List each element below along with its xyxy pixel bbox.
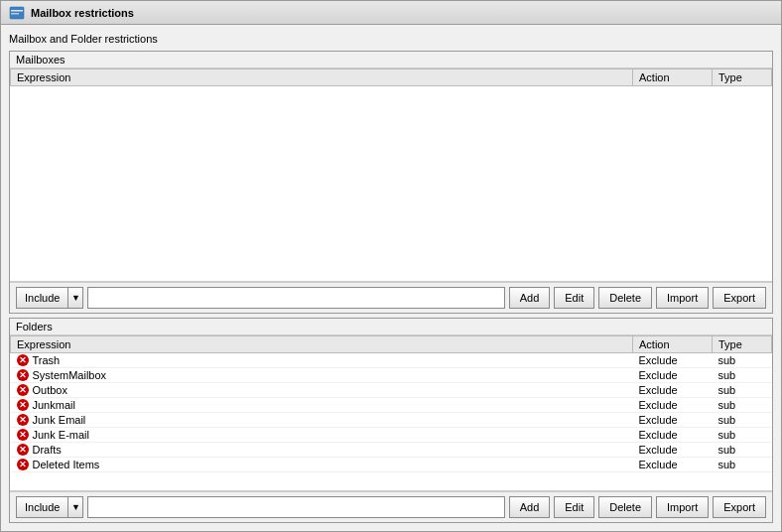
folder-expression-cell: ✕SystemMailbox <box>11 368 633 383</box>
folder-expression-cell: ✕Trash <box>11 353 633 368</box>
table-row[interactable]: ✕SystemMailboxExcludesub <box>11 368 772 383</box>
table-row[interactable]: ✕JunkmailExcludesub <box>11 398 772 413</box>
exclude-icon: ✕ <box>17 459 29 470</box>
folders-expression-input[interactable] <box>87 496 504 518</box>
folder-expression-label: Drafts <box>33 444 62 456</box>
table-row[interactable]: ✕TrashExcludesub <box>11 353 772 368</box>
folder-action-cell: Exclude <box>633 458 713 472</box>
main-label: Mailbox and Folder restrictions <box>9 33 773 45</box>
folders-import-button[interactable]: Import <box>656 496 709 518</box>
folder-expression-label: SystemMailbox <box>33 369 107 381</box>
folder-type-cell: sub <box>713 443 772 458</box>
folders-table-body: ✕TrashExcludesub✕SystemMailboxExcludesub… <box>11 353 772 472</box>
folder-expression-cell: ✕Junk E-mail <box>11 428 633 443</box>
window-icon <box>9 5 25 21</box>
folder-type-cell: sub <box>713 413 772 428</box>
folders-header: Folders <box>10 319 772 335</box>
folder-type-cell: sub <box>713 368 772 383</box>
folders-col-type: Type <box>713 336 772 353</box>
mailboxes-edit-button[interactable]: Edit <box>554 287 594 309</box>
table-row[interactable]: ✕Junk E-mailExcludesub <box>11 428 772 443</box>
svg-rect-1 <box>11 10 23 12</box>
folders-add-button[interactable]: Add <box>509 496 551 518</box>
folder-expression-label: Junk Email <box>33 414 86 426</box>
mailboxes-add-button[interactable]: Add <box>509 287 551 309</box>
folder-type-cell: sub <box>713 428 772 443</box>
folders-table-area: Expression Action Type ✕TrashExcludesub✕… <box>10 335 772 491</box>
folder-type-cell: sub <box>713 353 772 368</box>
main-window: Mailbox restrictions Mailbox and Folder … <box>0 0 782 532</box>
exclude-icon: ✕ <box>17 399 29 411</box>
folder-expression-label: Trash <box>33 354 61 366</box>
mailboxes-col-type: Type <box>713 69 772 86</box>
folder-type-cell: sub <box>713 383 772 398</box>
exclude-icon: ✕ <box>17 354 29 366</box>
folder-expression-label: Deleted Items <box>33 459 100 470</box>
folder-expression-label: Junk E-mail <box>33 429 89 441</box>
mailboxes-table-area: Expression Action Type <box>10 68 772 282</box>
table-row[interactable]: ✕Deleted ItemsExcludesub <box>11 458 772 472</box>
folder-action-cell: Exclude <box>633 353 713 368</box>
mailboxes-expression-input[interactable] <box>87 287 504 309</box>
title-bar: Mailbox restrictions <box>1 1 781 25</box>
mailboxes-export-button[interactable]: Export <box>713 287 766 309</box>
svg-rect-2 <box>11 13 19 15</box>
window-title: Mailbox restrictions <box>31 7 134 19</box>
folders-include-group: Include ▼ <box>16 496 83 518</box>
folder-expression-cell: ✕Deleted Items <box>11 458 633 472</box>
folders-section: Folders Expression Action Type ✕TrashExc… <box>9 318 773 523</box>
mailboxes-section: Mailboxes Expression Action Type <box>9 51 773 314</box>
folders-header-row: Expression Action Type <box>11 336 772 353</box>
folders-export-button[interactable]: Export <box>713 496 766 518</box>
folder-type-cell: sub <box>713 458 772 472</box>
mailboxes-header: Mailboxes <box>10 52 772 68</box>
mailboxes-toolbar: Include ▼ Add Edit Delete Import Export <box>10 282 772 313</box>
folder-expression-cell: ✕Junkmail <box>11 398 633 413</box>
exclude-icon: ✕ <box>17 369 29 381</box>
table-row[interactable]: ✕DraftsExcludesub <box>11 443 772 458</box>
folder-expression-label: Junkmail <box>33 399 75 411</box>
mailboxes-include-button[interactable]: Include <box>16 287 67 309</box>
mailboxes-table-head: Expression Action Type <box>11 69 772 86</box>
exclude-icon: ✕ <box>17 384 29 396</box>
folders-title: Folders <box>16 321 53 332</box>
folders-include-button[interactable]: Include <box>16 496 67 518</box>
mailboxes-import-button[interactable]: Import <box>656 287 709 309</box>
mailboxes-include-group: Include ▼ <box>16 287 83 309</box>
folder-type-cell: sub <box>713 398 772 413</box>
folder-action-cell: Exclude <box>633 383 713 398</box>
mailboxes-title: Mailboxes <box>16 54 65 66</box>
folder-action-cell: Exclude <box>633 443 713 458</box>
folders-include-dropdown[interactable]: ▼ <box>67 496 83 518</box>
mailboxes-col-action: Action <box>633 69 713 86</box>
folders-toolbar: Include ▼ Add Edit Delete Import Export <box>10 491 772 522</box>
folder-expression-cell: ✕Drafts <box>11 443 633 458</box>
folder-action-cell: Exclude <box>633 428 713 443</box>
folder-action-cell: Exclude <box>633 413 713 428</box>
mailboxes-table: Expression Action Type <box>10 68 772 86</box>
folder-expression-cell: ✕Outbox <box>11 383 633 398</box>
folder-action-cell: Exclude <box>633 368 713 383</box>
folders-table: Expression Action Type ✕TrashExcludesub✕… <box>10 335 772 472</box>
mailboxes-header-row: Expression Action Type <box>11 69 772 86</box>
folders-col-expression: Expression <box>11 336 633 353</box>
table-row[interactable]: ✕Junk EmailExcludesub <box>11 413 772 428</box>
folders-delete-button[interactable]: Delete <box>598 496 652 518</box>
exclude-icon: ✕ <box>17 429 29 441</box>
content-area: Mailbox and Folder restrictions Mailboxe… <box>1 25 781 531</box>
mailboxes-col-expression: Expression <box>11 69 633 86</box>
folder-action-cell: Exclude <box>633 398 713 413</box>
folder-expression-label: Outbox <box>33 384 67 396</box>
exclude-icon: ✕ <box>17 414 29 426</box>
folders-table-head: Expression Action Type <box>11 336 772 353</box>
mailboxes-include-dropdown[interactable]: ▼ <box>67 287 83 309</box>
table-row[interactable]: ✕OutboxExcludesub <box>11 383 772 398</box>
folder-expression-cell: ✕Junk Email <box>11 413 633 428</box>
mailboxes-delete-button[interactable]: Delete <box>598 287 652 309</box>
folders-edit-button[interactable]: Edit <box>554 496 594 518</box>
folders-col-action: Action <box>633 336 713 353</box>
exclude-icon: ✕ <box>17 444 29 456</box>
